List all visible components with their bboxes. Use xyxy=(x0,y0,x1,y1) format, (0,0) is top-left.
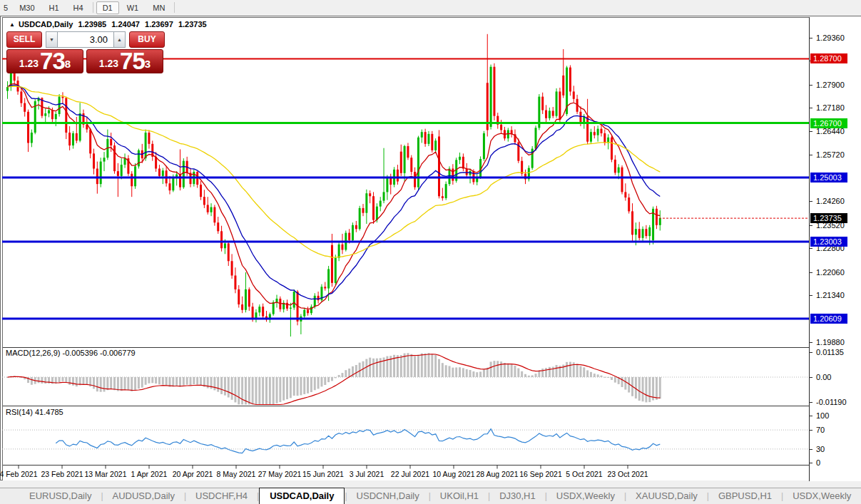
trading-terminal-window: 5 M30 H1 H4 D1 W1 MN ▲USDCAD,Daily 1.239… xyxy=(0,0,861,504)
price-axis[interactable]: 1.293601.286401.279001.271801.264401.257… xyxy=(809,17,861,481)
price-level-tag: 1.20609 xyxy=(810,314,847,324)
one-click-trade-panel: SELL ▼ 3.00 ▲ BUY 1.23 73 8 1.23 75 3 xyxy=(6,31,165,73)
chart-tab-usdx-weekly[interactable]: USDX,Weekly xyxy=(783,488,860,504)
buy-price-pip: 3 xyxy=(145,50,151,78)
timeframe-mn-button[interactable]: MN xyxy=(146,1,171,14)
price-axis-tick xyxy=(810,131,812,132)
macd-axis-tick xyxy=(810,352,812,353)
rsi-axis-tick xyxy=(810,430,812,431)
buy-price-prefix: 1.23 xyxy=(99,55,118,72)
price-level-tag: 1.23003 xyxy=(810,237,847,247)
price-axis-tick xyxy=(810,38,812,38)
rsi-axis-tick xyxy=(810,463,812,463)
macd-axis-tick xyxy=(810,377,812,378)
date-axis-label: 23 Oct 2021 xyxy=(599,470,656,478)
rsi-axis-label: 30 xyxy=(816,445,825,453)
chart-tab-bar: EURUSD,Daily|AUDUSD,Daily|USDCHF,H4|USDC… xyxy=(0,488,861,504)
price-axis-label: 1.22060 xyxy=(816,268,845,277)
chart-tab-usdchf-h4[interactable]: USDCHF,H4 xyxy=(186,488,257,504)
current-price-tag: 1.23735 xyxy=(810,213,847,223)
price-axis-label: 1.29360 xyxy=(816,34,845,42)
price-chart-canvas[interactable] xyxy=(2,17,809,481)
sell-price-prefix: 1.23 xyxy=(19,55,39,72)
price-axis-tick xyxy=(810,225,812,226)
chart-tab-usdcad-daily[interactable]: USDCAD,Daily xyxy=(259,488,345,504)
chart-tab-usdx-weekly[interactable]: USDX,Weekly xyxy=(547,488,624,504)
buy-button[interactable]: BUY xyxy=(129,31,165,48)
price-axis-tick xyxy=(810,155,812,155)
chart-tab-gbpusd-h1[interactable]: GBPUSD,H1 xyxy=(709,488,781,504)
chart-tab-eurusd-daily[interactable]: EURUSD,Daily xyxy=(20,488,101,504)
chart-tab-usdcnh-daily[interactable]: USDCNH,Daily xyxy=(347,488,429,504)
timeframe-m30-button[interactable]: M30 xyxy=(13,1,41,14)
price-axis-label: 1.26440 xyxy=(816,127,845,135)
price-level-tag: 1.28700 xyxy=(810,53,847,63)
price-axis-tick xyxy=(810,272,812,273)
chart-window: ▲USDCAD,Daily 1.23985 1.24047 1.23697 1.… xyxy=(0,16,861,480)
timeframe-m5-button[interactable]: 5 xyxy=(1,1,11,14)
bottom-gap xyxy=(0,480,861,488)
rsi-caption: RSI(14) 41.4785 xyxy=(6,408,63,416)
rsi-axis-label: 70 xyxy=(816,426,825,434)
toolbar-separator xyxy=(93,2,93,13)
sell-button[interactable]: SELL xyxy=(6,31,42,48)
price-axis-label: 1.27900 xyxy=(816,81,845,89)
macd-axis-label: 0.00 xyxy=(816,373,831,381)
macd-axis-label: -0.01190 xyxy=(816,398,847,406)
price-axis-label: 1.19880 xyxy=(816,338,845,346)
rsi-axis-label: 100 xyxy=(816,411,829,420)
chart-tab-xauusd-daily[interactable]: XAUUSD,Daily xyxy=(626,488,707,504)
collapse-panel-icon[interactable]: ▲ xyxy=(9,21,15,28)
buy-price-main: 75 xyxy=(120,51,145,72)
rsi-axis-tick xyxy=(810,449,812,450)
macd-axis-label: 0.01135 xyxy=(816,348,844,356)
timeframe-d1-button[interactable]: D1 xyxy=(96,1,119,14)
price-axis-label: 1.21340 xyxy=(816,291,845,299)
chart-tab-audusd-daily[interactable]: AUDUSD,Daily xyxy=(103,488,184,504)
volume-increase-button[interactable]: ▲ xyxy=(113,31,126,48)
volume-decrease-button[interactable]: ▼ xyxy=(46,31,58,48)
price-axis-tick xyxy=(810,342,812,343)
macd-caption: MACD(12,26,9) -0.005396 -0.006779 xyxy=(6,349,136,357)
volume-input[interactable]: 3.00 xyxy=(58,31,113,48)
timeframe-toolbar: 5 M30 H1 H4 D1 W1 MN xyxy=(0,0,861,15)
timeframe-w1-button[interactable]: W1 xyxy=(121,1,146,14)
price-axis-label: 1.25720 xyxy=(816,150,845,159)
price-axis-tick xyxy=(810,85,812,86)
sell-price-tile[interactable]: 1.23 73 8 xyxy=(6,49,83,73)
sell-price-pip: 8 xyxy=(65,50,71,78)
macd-axis-tick xyxy=(810,402,812,403)
toolbar-separator xyxy=(174,2,175,13)
ohlc-close: 1.23735 xyxy=(178,20,207,29)
ohlc-low: 1.23697 xyxy=(145,20,173,29)
timeframe-h4-button[interactable]: H4 xyxy=(67,1,90,14)
rsi-axis-tick xyxy=(810,416,812,416)
timeframe-h1-button[interactable]: H1 xyxy=(43,1,66,14)
chart-symbol-title: USDCAD,Daily xyxy=(19,20,73,29)
chart-header: ▲USDCAD,Daily 1.23985 1.24047 1.23697 1.… xyxy=(9,20,207,29)
price-axis-tick xyxy=(810,108,812,108)
price-axis-tick xyxy=(810,201,812,202)
chart-tab-dj30-h1[interactable]: DJ30,H1 xyxy=(490,488,545,504)
price-axis-label: 1.27180 xyxy=(816,103,845,112)
price-level-tag: 1.26700 xyxy=(810,118,847,128)
price-axis-tick xyxy=(810,248,812,249)
buy-price-tile[interactable]: 1.23 75 3 xyxy=(86,49,163,73)
price-axis-label: 1.24260 xyxy=(816,197,845,205)
chart-tab-ukoil-h1[interactable]: UKOil,H1 xyxy=(431,488,488,504)
rsi-axis-label: 0 xyxy=(816,458,820,467)
sell-price-main: 73 xyxy=(40,51,65,72)
ohlc-open: 1.23985 xyxy=(78,20,106,29)
ohlc-high: 1.24047 xyxy=(111,20,140,29)
price-level-tag: 1.25003 xyxy=(810,173,847,182)
price-axis-tick xyxy=(810,295,812,296)
